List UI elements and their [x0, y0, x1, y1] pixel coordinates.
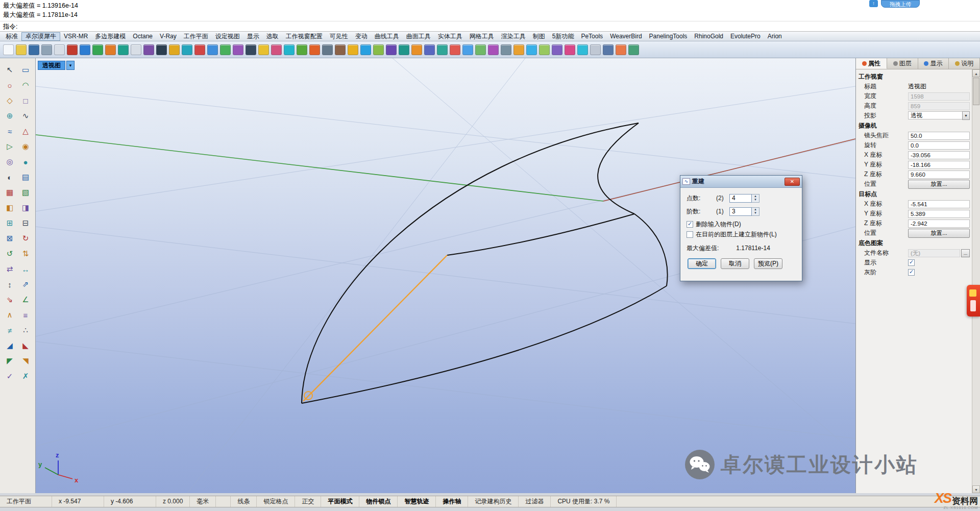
- toolbar-icon[interactable]: [143, 44, 154, 55]
- menu-item[interactable]: 设定视图: [212, 32, 243, 41]
- palette-tool-icon[interactable]: ↔: [18, 261, 34, 277]
- toolbar-icon[interactable]: [424, 44, 435, 55]
- menu-item[interactable]: 工作视窗配置: [282, 32, 326, 41]
- toolbar-icon[interactable]: [41, 44, 52, 55]
- menu-item[interactable]: 实体工具: [434, 32, 466, 41]
- toolbar-icon[interactable]: [207, 44, 218, 55]
- status-cell[interactable]: 智慧轨迹: [398, 496, 436, 507]
- menu-item[interactable]: RhinoGold: [691, 32, 727, 41]
- wallpaper-gray-checkbox[interactable]: [908, 269, 915, 276]
- menu-item[interactable]: 标准: [2, 32, 21, 41]
- toolbar-icon[interactable]: [220, 44, 231, 55]
- palette-tool-icon[interactable]: ⊠: [2, 231, 18, 246]
- toolbar-icon[interactable]: [29, 44, 39, 55]
- toolbar-icon[interactable]: [565, 44, 575, 55]
- palette-tool-icon[interactable]: ◥: [18, 353, 34, 369]
- point-count-input[interactable]: 4: [729, 194, 752, 203]
- palette-tool-icon[interactable]: ○: [2, 78, 18, 93]
- palette-tool-icon[interactable]: ▭: [18, 62, 34, 78]
- menu-item[interactable]: VSR-MR: [60, 32, 91, 41]
- panel-tab[interactable]: 属性: [856, 58, 887, 69]
- ok-button[interactable]: 确定: [688, 258, 716, 269]
- menu-item[interactable]: Arion: [764, 32, 786, 41]
- palette-tool-icon[interactable]: ↺: [2, 246, 18, 261]
- status-cell[interactable]: x -9.547: [52, 496, 104, 507]
- status-cell[interactable]: 平面模式: [321, 496, 359, 507]
- menu-item[interactable]: PeTools: [577, 32, 606, 41]
- rotation-field[interactable]: 0.0: [908, 141, 970, 150]
- menu-item[interactable]: 5新功能: [549, 32, 578, 41]
- checkbox[interactable]: [687, 231, 693, 238]
- toolbar-icon[interactable]: [450, 44, 460, 55]
- toolbar-icon[interactable]: [271, 44, 282, 55]
- status-cell[interactable]: 操作轴: [436, 496, 468, 507]
- toolbar-icon[interactable]: [194, 44, 205, 55]
- palette-tool-icon[interactable]: ◢: [2, 338, 18, 353]
- camera-z-field[interactable]: 9.660: [908, 171, 970, 179]
- palette-tool-icon[interactable]: ◇: [2, 93, 18, 108]
- spinner-down-icon[interactable]: ▼: [752, 211, 759, 215]
- panel-tab[interactable]: 说明: [949, 58, 980, 69]
- menu-item[interactable]: 制图: [529, 32, 549, 41]
- status-cell[interactable]: 锁定格点: [257, 496, 295, 507]
- toolbar-icon[interactable]: [80, 44, 90, 55]
- menu-item[interactable]: 多边形建模: [91, 32, 129, 41]
- palette-tool-icon[interactable]: ⇅: [18, 246, 34, 261]
- palette-tool-icon[interactable]: ◣: [18, 338, 34, 353]
- toolbar-icon[interactable]: [284, 44, 295, 55]
- menu-item[interactable]: V-Ray: [156, 32, 180, 41]
- toolbar-icon[interactable]: [131, 44, 141, 55]
- status-cell[interactable]: z 0.000: [156, 496, 190, 507]
- menu-item[interactable]: PanelingTools: [646, 32, 691, 41]
- lens-field[interactable]: 50.0: [908, 132, 970, 140]
- toolbar-icon[interactable]: [501, 44, 511, 55]
- panel-tab[interactable]: 图层: [887, 58, 918, 69]
- toolbar-icon[interactable]: [526, 44, 537, 55]
- degree-spinner[interactable]: ▲▼: [752, 207, 760, 216]
- toolbar-icon[interactable]: [67, 44, 78, 55]
- palette-tool-icon[interactable]: ●: [18, 154, 34, 169]
- toolbar-icon[interactable]: [322, 44, 333, 55]
- status-cell[interactable]: 毫米: [190, 496, 216, 507]
- toolbar-icon[interactable]: [437, 44, 448, 55]
- palette-tool-icon[interactable]: △: [18, 124, 34, 139]
- menu-item[interactable]: WeaverBird: [606, 32, 645, 41]
- camera-x-field[interactable]: -39.056: [908, 151, 970, 159]
- menu-item[interactable]: 变动: [352, 32, 371, 41]
- toolbar-icon[interactable]: [552, 44, 562, 55]
- dialog-checkbox-row[interactable]: 删除输入物件(D): [687, 220, 797, 229]
- target-place-button[interactable]: 放置...: [908, 229, 970, 238]
- palette-tool-icon[interactable]: ▧: [18, 185, 34, 200]
- panel-tab[interactable]: 显示: [918, 58, 949, 69]
- toolbar-icon[interactable]: [399, 44, 409, 55]
- upload-icon[interactable]: ↑: [869, 0, 878, 7]
- palette-tool-icon[interactable]: ⊟: [18, 215, 34, 231]
- chevron-down-icon[interactable]: ▼: [962, 111, 970, 120]
- menu-item[interactable]: 网格工具: [466, 32, 498, 41]
- palette-tool-icon[interactable]: ≠: [2, 323, 18, 338]
- palette-tool-icon[interactable]: ↕: [2, 277, 18, 292]
- command-history-area[interactable]: 最大偏差值 = 1.13916e-14 最大偏差值 = 1.17811e-14 …: [0, 0, 980, 32]
- toolbar-icon[interactable]: [411, 44, 422, 55]
- palette-tool-icon[interactable]: ≈: [2, 124, 18, 139]
- palette-tool-icon[interactable]: ▷: [2, 139, 18, 154]
- scroll-up-icon[interactable]: ▲: [972, 69, 980, 77]
- palette-tool-icon[interactable]: ◠: [18, 78, 34, 93]
- viewport-title-tab[interactable]: 透视图: [38, 61, 65, 70]
- camera-place-button[interactable]: 放置...: [908, 180, 970, 189]
- checkbox[interactable]: [687, 221, 693, 228]
- palette-tool-icon[interactable]: ◎: [2, 154, 18, 169]
- menu-item[interactable]: EvolutePro: [727, 32, 764, 41]
- palette-tool-icon[interactable]: ⇗: [18, 277, 34, 292]
- command-prompt[interactable]: 指令:: [0, 21, 980, 31]
- toolbar-icon[interactable]: [169, 44, 180, 55]
- palette-tool-icon[interactable]: ⇘: [2, 292, 18, 307]
- palette-tool-icon[interactable]: ⊞: [2, 215, 18, 231]
- palette-tool-icon[interactable]: ≡: [18, 307, 34, 323]
- palette-tool-icon[interactable]: ∿: [18, 108, 34, 124]
- toolbar-icon[interactable]: [233, 44, 243, 55]
- toolbar-icon[interactable]: [16, 44, 27, 55]
- menu-item[interactable]: Octane: [129, 32, 156, 41]
- menu-item[interactable]: 显示: [243, 32, 263, 41]
- camera-y-field[interactable]: -18.166: [908, 161, 970, 169]
